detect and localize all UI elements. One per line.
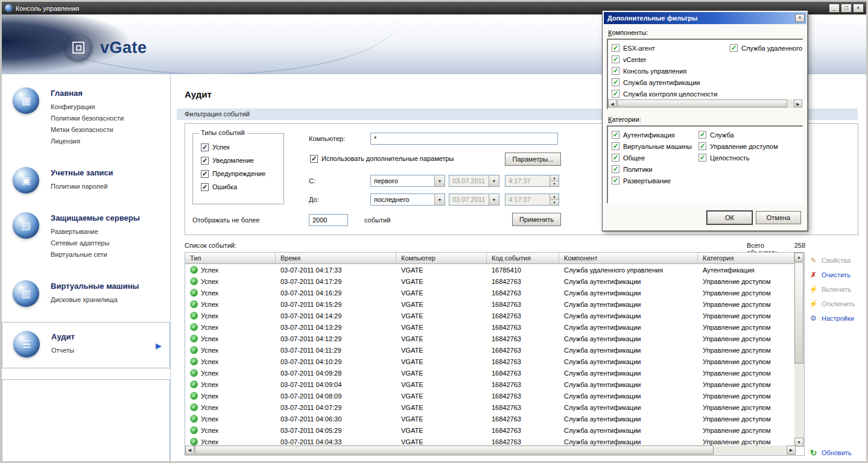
table-row[interactable]: ✓Успех03-07-2011 04:17:33VGATE16785410Сл…: [185, 264, 794, 276]
scroll-up-icon[interactable]: ▲: [794, 253, 803, 262]
filter-checkbox[interactable]: ✓Служба контроля целостности: [612, 88, 717, 99]
scroll-right-icon[interactable]: ▶: [787, 446, 796, 455]
column-header[interactable]: Тип: [185, 253, 276, 264]
vertical-scroll-thumb[interactable]: [794, 262, 803, 364]
table-row[interactable]: ✓Успех03-07-2011 04:09:28VGATE16842763Сл…: [185, 367, 794, 379]
chevron-down-icon[interactable]: ▼: [489, 194, 499, 205]
sidebar-section-title[interactable]: Виртуальные машины: [51, 282, 139, 291]
spin-up-icon[interactable]: ▲: [550, 194, 559, 200]
event-type-checkbox[interactable]: ✓Ошибка: [193, 180, 284, 194]
filter-checkbox[interactable]: ✓Служба удаленного: [730, 42, 803, 54]
column-header[interactable]: Компонент: [559, 253, 698, 264]
maximize-button[interactable]: □: [841, 4, 852, 13]
table-row[interactable]: ✓Успех03-07-2011 04:16:29VGATE16842763Сл…: [185, 287, 794, 298]
table-row[interactable]: ✓Успех03-07-2011 04:09:04VGATE16842763Сл…: [185, 379, 794, 390]
spin-down-icon[interactable]: ▼: [550, 200, 559, 206]
from-select[interactable]: первого▼: [370, 175, 445, 187]
display-limit-input[interactable]: [309, 214, 348, 226]
minimize-button[interactable]: _: [829, 4, 840, 13]
action-enable[interactable]: ⚡Включить: [809, 285, 855, 294]
table-row[interactable]: ✓Успех03-07-2011 04:14:29VGATE16842763Сл…: [185, 310, 794, 321]
sidebar-section[interactable]: ▤Защищаемые серверыРазвертываниеСетевые …: [2, 209, 170, 267]
column-header[interactable]: Компьютер: [396, 253, 487, 264]
chevron-down-icon[interactable]: ▼: [434, 194, 445, 205]
sidebar-section[interactable]: ☰АудитОтчеты▶: [2, 322, 170, 368]
sidebar-section-title[interactable]: Главная: [51, 89, 124, 98]
column-header[interactable]: Код события: [487, 253, 559, 264]
sidebar-item[interactable]: Конфигурация: [51, 103, 124, 110]
horizontal-scroll-thumb[interactable]: [195, 446, 714, 455]
sidebar-section[interactable]: ▦ГлавнаяКонфигурацияПолитики безопасност…: [2, 84, 170, 154]
use-additional-params-checkbox[interactable]: ✓ Использовать дополнительные параметры: [306, 154, 454, 163]
event-type-checkbox[interactable]: ✓Уведомление: [193, 154, 284, 167]
filter-checkbox[interactable]: ✓Общее: [612, 152, 692, 163]
filter-checkbox[interactable]: ✓ESX-агент: [612, 42, 717, 54]
sidebar-item[interactable]: Лицензия: [51, 137, 124, 145]
refresh-action[interactable]: ↻ Обновить: [809, 448, 852, 458]
chevron-down-icon[interactable]: ▼: [489, 175, 499, 186]
sidebar-item[interactable]: Сетевые адаптеры: [51, 239, 140, 247]
components-listbox[interactable]: ✓ESX-агент✓vCenter✓Консоль управления✓Сл…: [607, 39, 803, 110]
to-time-spinner[interactable]: 4:17:37 ▲▼: [505, 194, 559, 206]
to-date-picker[interactable]: 03.07.2011▼: [449, 194, 499, 206]
from-date-picker[interactable]: 03.07.2011▼: [449, 175, 499, 187]
filter-checkbox[interactable]: ✓Управление доступом: [699, 140, 778, 152]
event-type-checkbox[interactable]: ✓Успех: [193, 140, 284, 154]
table-row[interactable]: ✓Успех03-07-2011 04:13:29VGATE16842763Сл…: [185, 321, 794, 333]
listbox-horizontal-scrollbar[interactable]: ◀ ▶: [608, 99, 802, 109]
close-icon[interactable]: ×: [795, 14, 805, 22]
sidebar-section-title[interactable]: Учетные записи: [51, 168, 113, 177]
filter-checkbox[interactable]: ✓Виртуальные машины: [612, 140, 692, 152]
cancel-button[interactable]: Отмена: [756, 211, 801, 224]
sidebar-section[interactable]: ▥Виртуальные машиныДисковые хранилища: [2, 277, 170, 312]
table-row[interactable]: ✓Успех03-07-2011 04:15:29VGATE16842763Сл…: [185, 298, 794, 310]
filter-checkbox[interactable]: ✓Аутентификация: [612, 129, 692, 140]
table-row[interactable]: ✓Успех03-07-2011 04:08:09VGATE16842763Сл…: [185, 390, 794, 402]
sidebar-item[interactable]: Развертывание: [51, 228, 140, 235]
filter-checkbox[interactable]: ✓vCenter: [612, 54, 717, 65]
column-header[interactable]: Время: [276, 253, 396, 264]
filter-checkbox[interactable]: ✓Консоль управления: [612, 65, 717, 77]
table-row[interactable]: ✓Успех03-07-2011 04:05:29VGATE16842763Сл…: [185, 424, 794, 436]
from-time-spinner[interactable]: 4:17:37 ▲▼: [505, 175, 559, 187]
table-row[interactable]: ✓Успех03-07-2011 04:06:30VGATE16842763Сл…: [185, 413, 794, 424]
table-row[interactable]: ✓Успех03-07-2011 04:07:29VGATE16842763Сл…: [185, 402, 794, 413]
action-settings[interactable]: ⚙Настройки: [809, 314, 855, 323]
spin-up-icon[interactable]: ▲: [550, 175, 559, 181]
scroll-left-icon[interactable]: ◀: [185, 446, 194, 455]
filter-checkbox[interactable]: ✓Служба: [699, 129, 778, 140]
horizontal-scroll-thumb[interactable]: [617, 99, 787, 107]
sidebar-section-title[interactable]: Защищаемые серверы: [51, 213, 140, 222]
close-button[interactable]: ×: [853, 4, 864, 13]
column-header[interactable]: Категория: [698, 253, 794, 264]
action-disable[interactable]: ⚡Отключить: [809, 300, 855, 308]
chevron-down-icon[interactable]: ▼: [434, 175, 445, 186]
ok-button[interactable]: ОК: [707, 211, 752, 224]
sidebar-item[interactable]: Политики безопасности: [51, 115, 124, 122]
action-properties[interactable]: ✎Свойства: [809, 256, 855, 265]
horizontal-scrollbar[interactable]: ◀ ▶: [185, 446, 796, 455]
scroll-right-icon[interactable]: ▶: [794, 99, 802, 107]
sidebar-section[interactable]: ▣Учетные записиПолитики паролей: [2, 163, 170, 199]
sidebar-section-title[interactable]: Аудит: [51, 332, 75, 341]
action-clear[interactable]: ✗Очистить: [809, 271, 855, 279]
dialog-title-bar[interactable]: Дополнительные фильтры ×: [604, 12, 806, 24]
table-row[interactable]: ✓Успех03-07-2011 04:11:29VGATE16842763Сл…: [185, 344, 794, 356]
params-button[interactable]: Параметры...: [505, 153, 561, 166]
sidebar-item[interactable]: Метки безопасности: [51, 126, 124, 133]
sidebar-item[interactable]: Политики паролей: [51, 183, 113, 190]
spin-down-icon[interactable]: ▼: [550, 181, 559, 187]
vertical-scrollbar[interactable]: ▲ ▼: [794, 253, 804, 447]
event-type-checkbox[interactable]: ✓Предупреждение: [193, 167, 284, 180]
filter-checkbox[interactable]: ✓Политики: [612, 163, 692, 175]
sidebar-item[interactable]: Отчеты: [51, 347, 75, 354]
computer-input[interactable]: [370, 133, 558, 145]
filter-checkbox[interactable]: ✓Развертывание: [612, 175, 692, 186]
table-row[interactable]: ✓Успех03-07-2011 04:12:29VGATE16842763Сл…: [185, 333, 794, 344]
filter-checkbox[interactable]: ✓Целостность: [699, 152, 778, 163]
sidebar-item[interactable]: Виртуальные сети: [51, 251, 140, 258]
categories-listbox[interactable]: ✓Аутентификация✓Виртуальные машины✓Общее…: [607, 125, 803, 204]
table-row[interactable]: ✓Успех03-07-2011 04:17:29VGATE16842763Сл…: [185, 276, 794, 287]
scroll-down-icon[interactable]: ▼: [794, 438, 803, 447]
sidebar-item[interactable]: Дисковые хранилища: [51, 296, 139, 303]
